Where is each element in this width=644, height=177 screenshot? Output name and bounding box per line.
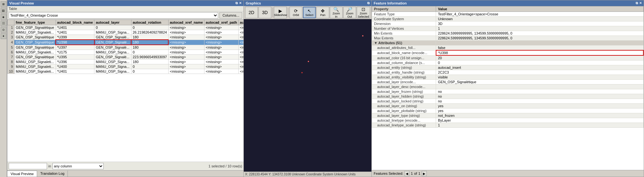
prev-feature-btn[interactable]: ◀ <box>404 171 409 176</box>
col-autocad-xref-name[interactable]: autocad_xref_name <box>168 20 204 25</box>
btn-zoom-out[interactable]: 🔎 Zoom Out <box>343 7 356 18</box>
table-cell[interactable]: <missing> <box>204 69 239 74</box>
sidebar-icon-1[interactable]: ⊞ <box>1 1 6 7</box>
table-row[interactable]: 4GEN_OSP_Signalétique*U398GEN_OSP_Signal… <box>8 40 244 45</box>
table-cell[interactable]: <missing> <box>238 55 243 60</box>
table-cell[interactable]: <missing> <box>204 25 239 30</box>
graphics-expand-icon[interactable]: ⧉ <box>367 1 370 5</box>
table-row[interactable]: 7GEN_OSP_Signalétique*U395GEN_OSP_Signal… <box>8 55 244 60</box>
table-cell[interactable]: <missing> <box>204 30 239 35</box>
table-cell[interactable]: 180 <box>131 60 168 64</box>
table-cell[interactable]: 180 <box>131 35 168 40</box>
table-cell[interactable]: 26.219826409278824 <box>131 30 168 35</box>
table-cell[interactable]: *U401 <box>56 25 94 30</box>
table-cell[interactable]: *U395 <box>56 55 94 60</box>
table-cell[interactable]: GEN_OSP_Signalé... <box>94 40 131 45</box>
table-cell[interactable]: *U401 <box>56 30 94 35</box>
table-cell[interactable]: <missing> <box>238 40 243 45</box>
sidebar-icon-6[interactable]: ✦ <box>1 33 6 39</box>
table-cell[interactable]: <missing> <box>238 25 243 30</box>
col-autocad-layer[interactable]: autocad_layer <box>94 20 131 25</box>
table-cell[interactable]: <missing> <box>204 35 239 40</box>
table-cell[interactable]: *U398 <box>56 40 94 45</box>
table-cell[interactable]: MANU_OSP_Signaleti... <box>14 50 56 55</box>
table-cell[interactable]: 0 <box>131 25 168 30</box>
table-cell[interactable]: 223.96966549933097 <box>131 55 168 60</box>
sidebar-icon-4[interactable]: ☷ <box>1 20 6 26</box>
table-cell[interactable]: <missing> <box>168 30 204 35</box>
table-cell[interactable]: <missing> <box>168 25 204 30</box>
col-fme-feature-type[interactable]: fme_feature_type <box>14 20 56 25</box>
table-cell[interactable]: <missing> <box>168 60 204 64</box>
table-cell[interactable]: *U396 <box>56 60 94 64</box>
col-autocad-xr[interactable]: autocad_xr <box>238 20 243 25</box>
sidebar-icon-3[interactable]: ◈ <box>1 14 6 20</box>
table-row[interactable]: 3GEN_OSP_Signalétique*U399GEN_OSP_Signal… <box>8 35 244 40</box>
table-cell[interactable]: <missing> <box>238 60 243 64</box>
table-cell[interactable]: MANU_OSP_Signaleti... <box>14 69 56 74</box>
next-feature-btn[interactable]: ▶ <box>422 171 427 176</box>
table-cell[interactable]: <missing> <box>204 60 239 64</box>
columns-button[interactable]: Columns... <box>219 12 242 19</box>
table-cell[interactable]: MANU_OSP_Signaleti... <box>14 60 56 64</box>
btn-orbit[interactable]: ⟳ Orbit <box>290 7 302 18</box>
table-cell[interactable]: GEN_OSP_Signalétique <box>14 55 56 60</box>
table-cell[interactable]: 180 <box>131 40 168 45</box>
table-row[interactable]: 2MANU_OSP_Signaleti...*U401MANU_OSP_Sign… <box>8 30 244 35</box>
table-row[interactable]: 6MANU_OSP_Signaleti...*U175MANU_OSP_Sign… <box>8 50 244 55</box>
col-autocad-block-name[interactable]: autocad_block_name <box>56 20 94 25</box>
btn-zoom-selected[interactable]: ⊡ Zoom Selected <box>357 7 370 18</box>
search-input[interactable] <box>9 163 47 169</box>
table-cell[interactable]: 0 <box>131 50 168 55</box>
table-cell[interactable]: 0 <box>131 69 168 74</box>
tab-visual-preview[interactable]: Visual Preview <box>7 171 37 177</box>
table-cell[interactable]: <missing> <box>204 50 239 55</box>
table-row[interactable]: 10MANU_OSP_Signaleti...*U401MANU_OSP_Sig… <box>8 69 244 74</box>
table-cell[interactable]: MANU_OSP_Signa... <box>94 64 131 69</box>
tab-translation-log[interactable]: Translation Log <box>37 171 68 177</box>
table-cell[interactable]: GEN_OSP_Signalé... <box>94 45 131 50</box>
table-cell[interactable]: GEN_OSP_Signalétique <box>14 25 56 30</box>
feature-info-restore-icon[interactable]: ⧉ <box>636 1 638 5</box>
table-cell[interactable]: <missing> <box>168 45 204 50</box>
btn-2d[interactable]: 2D <box>245 7 258 18</box>
table-cell[interactable]: <missing> <box>238 64 243 69</box>
col-autocad-xref-path[interactable]: autocad_xref_path <box>204 20 239 25</box>
feature-info-close-icon[interactable]: ✕ <box>639 1 642 5</box>
table-cell[interactable]: <missing> <box>168 69 204 74</box>
table-cell[interactable]: 0 <box>131 64 168 69</box>
table-cell[interactable]: <missing> <box>238 45 243 50</box>
table-cell[interactable]: MANU_OSP_Signa... <box>94 50 131 55</box>
table-cell[interactable]: *U401 <box>56 69 94 74</box>
table-cell[interactable]: GEN_OSP_Signalé... <box>94 35 131 40</box>
table-cell[interactable]: <missing> <box>238 35 243 40</box>
table-row[interactable]: 1GEN_OSP_Signalétique*U40100<missing><mi… <box>8 25 244 30</box>
feature-table-row[interactable]: ▼ Attributes (51) <box>372 41 644 45</box>
property-col-header[interactable]: Property <box>372 6 436 12</box>
table-cell[interactable]: MANU_OSP_Signaleti... <box>14 64 56 69</box>
table-cell[interactable]: <missing> <box>204 64 239 69</box>
table-cell[interactable]: GEN_OSP_Signalé... <box>94 55 131 60</box>
btn-pan[interactable]: ✥ Pan <box>316 7 329 18</box>
table-cell[interactable]: <missing> <box>168 35 204 40</box>
table-cell[interactable]: MANU_OSP_Signa... <box>94 30 131 35</box>
table-cell[interactable]: *U397 <box>56 45 94 50</box>
filter-select[interactable]: TestFilter_4_Orientage Crosse <box>9 12 218 19</box>
close-icon[interactable]: ✕ <box>239 1 242 5</box>
table-row[interactable]: 5GEN_OSP_Signalétique*U397GEN_OSP_Signal… <box>8 45 244 50</box>
table-cell[interactable]: *U399 <box>56 35 94 40</box>
table-cell[interactable]: <missing> <box>204 40 239 45</box>
table-cell[interactable]: *U175 <box>56 50 94 55</box>
table-cell[interactable]: <missing> <box>238 50 243 55</box>
table-cell[interactable]: GEN_OSP_Signalétique <box>14 35 56 40</box>
sidebar-icon-5[interactable]: ⊙ <box>1 27 6 33</box>
column-select[interactable]: any column <box>52 163 104 169</box>
table-cell[interactable]: 180 <box>131 45 168 50</box>
btn-3d[interactable]: 3D <box>258 7 271 18</box>
table-cell[interactable]: MANU_OSP_Signa... <box>94 69 131 74</box>
col-autocad-rotation[interactable]: autocad_rotation <box>131 20 168 25</box>
table-cell[interactable]: <missing> <box>168 64 204 69</box>
table-cell[interactable]: <missing> <box>168 50 204 55</box>
sidebar-icon-2[interactable]: ▤ <box>1 8 6 13</box>
table-cell[interactable]: <missing> <box>204 45 239 50</box>
